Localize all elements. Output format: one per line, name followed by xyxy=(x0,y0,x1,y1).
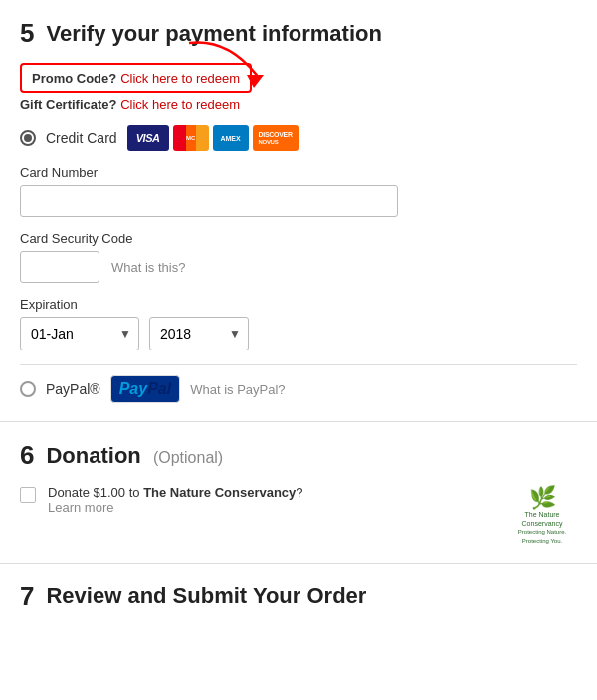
donate-text-2: ? xyxy=(296,485,302,500)
nature-logo-text: The NatureConservancyProtecting Nature. … xyxy=(507,511,577,545)
credit-card-option[interactable]: Credit Card VISA MC AMEX xyxy=(20,125,577,151)
gift-certificate-line: Gift Certificate? Click here to redeem xyxy=(20,97,577,112)
promo-redeem-link[interactable]: Click here to redeem xyxy=(120,71,240,86)
promo-code-box[interactable]: Promo Code? Click here to redeem xyxy=(20,63,252,93)
section-5-header: 5 Verify your payment information xyxy=(20,18,577,49)
month-select-wrapper: 01-Jan 02-Feb 03-Mar 04-Apr 05-May 06-Ju… xyxy=(20,317,139,350)
donate-org-name: The Nature Conservancy xyxy=(143,485,296,500)
payment-separator xyxy=(20,364,577,365)
discover-icon: DISCOVERNOVUS xyxy=(253,125,298,151)
card-number-label: Card Number xyxy=(20,165,577,180)
year-select-wrapper: 2018 2019 2020 2021 2022 2023 2024 2025 … xyxy=(149,317,249,350)
donate-checkbox[interactable] xyxy=(20,487,36,503)
section-5: 5 Verify your payment information Promo … xyxy=(0,0,597,422)
donate-text: Donate $1.00 to The Nature Conservancy? … xyxy=(48,485,496,515)
section-7-number: 7 xyxy=(20,582,34,612)
section-6-header: 6 Donation (Optional) xyxy=(20,440,577,471)
security-row: What is this? xyxy=(20,251,577,283)
promo-label: Promo Code? xyxy=(32,71,116,86)
section-7-header: 7 Review and Submit Your Order xyxy=(20,582,577,612)
payment-options: Credit Card VISA MC AMEX xyxy=(20,125,577,403)
paypal-option[interactable]: PayPal® Pay Pal What is PayPal? xyxy=(20,375,577,403)
expiration-label: Expiration xyxy=(20,297,577,312)
promo-annotation: Promo Code? Click here to redeem xyxy=(20,63,252,97)
security-code-label: Card Security Code xyxy=(20,231,577,246)
donate-text-1: Donate $1.00 to xyxy=(48,485,143,500)
section-6-title: Donation (Optional) xyxy=(46,443,223,469)
card-number-group: Card Number xyxy=(20,165,577,217)
credit-card-label: Credit Card xyxy=(46,130,117,146)
paypal-pay-text: Pay xyxy=(119,380,147,398)
credit-card-radio[interactable] xyxy=(20,130,36,146)
section-6-optional: (Optional) xyxy=(153,449,223,466)
section-5-title: Verify your payment information xyxy=(46,21,381,47)
paypal-radio[interactable] xyxy=(20,381,36,397)
expiration-row: 01-Jan 02-Feb 03-Mar 04-Apr 05-May 06-Ju… xyxy=(20,317,577,350)
expiration-group: Expiration 01-Jan 02-Feb 03-Mar 04-Apr 0… xyxy=(20,297,577,350)
security-code-group: Card Security Code What is this? xyxy=(20,231,577,283)
section-7-title: Review and Submit Your Order xyxy=(46,583,366,609)
nature-conservancy-logo: 🌿 The NatureConservancyProtecting Nature… xyxy=(507,485,577,545)
what-is-this-link[interactable]: What is this? xyxy=(111,260,185,275)
gift-redeem-link[interactable]: Click here to redeem xyxy=(120,97,240,112)
gift-label: Gift Certificate? xyxy=(20,97,117,112)
paypal-badge: Pay Pal xyxy=(110,375,180,403)
section-7: 7 Review and Submit Your Order xyxy=(0,564,597,644)
card-icons: VISA MC AMEX DISCOVERNOVUS xyxy=(127,125,298,151)
year-select[interactable]: 2018 2019 2020 2021 2022 2023 2024 2025 xyxy=(149,317,249,350)
donate-row: Donate $1.00 to The Nature Conservancy? … xyxy=(20,485,577,545)
section-5-number: 5 xyxy=(20,18,34,49)
visa-icon: VISA xyxy=(127,125,169,151)
section-6: 6 Donation (Optional) Donate $1.00 to Th… xyxy=(0,422,597,564)
section-6-number: 6 xyxy=(20,440,34,471)
card-number-input[interactable] xyxy=(20,185,398,217)
nature-leaf-icon: 🌿 xyxy=(507,485,577,511)
paypal-pal-text: Pal xyxy=(147,380,171,398)
paypal-label: PayPal® xyxy=(46,381,100,397)
month-select[interactable]: 01-Jan 02-Feb 03-Mar 04-Apr 05-May 06-Ju… xyxy=(20,317,139,350)
mastercard-icon: MC xyxy=(173,125,209,151)
donate-learn-more[interactable]: Learn more xyxy=(48,500,496,515)
what-is-paypal-link[interactable]: What is PayPal? xyxy=(190,382,285,397)
amex-icon: AMEX xyxy=(213,125,249,151)
security-code-input[interactable] xyxy=(20,251,100,283)
